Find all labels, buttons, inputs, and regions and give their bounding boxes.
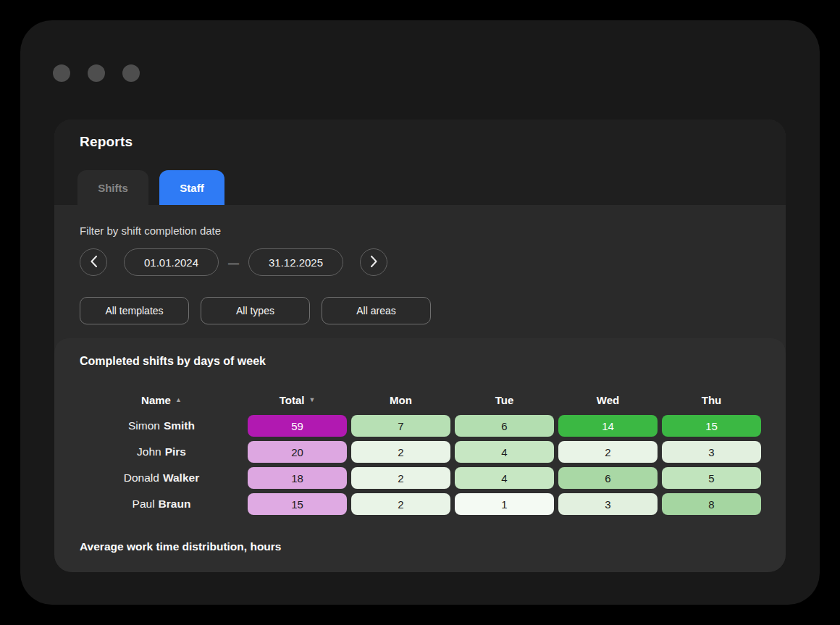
shift-count-chip: 2: [558, 441, 658, 463]
column-header-wed: Wed: [558, 389, 658, 411]
shift-count-chip: 4: [455, 441, 554, 463]
date-range-separator: —: [228, 256, 239, 269]
filter-section: Filter by shift completion date 01.01.20…: [54, 205, 786, 338]
tab-staff[interactable]: Staff: [159, 170, 224, 205]
column-header-name-label: Name: [141, 394, 171, 406]
column-header-tue: Tue: [455, 389, 554, 411]
filter-areas-button[interactable]: All areas: [322, 297, 431, 324]
chevron-right-icon: [371, 256, 377, 269]
average-work-time-title: Average work time distribution, hours: [80, 540, 281, 553]
date-next-button[interactable]: [360, 248, 387, 276]
staff-first-name: John: [137, 445, 161, 458]
date-to-button[interactable]: 31.12.2025: [248, 248, 343, 276]
column-header-name[interactable]: Name ▲: [80, 389, 243, 411]
column-header-total[interactable]: Total ▼: [248, 389, 347, 411]
staff-last-name: Braun: [159, 498, 191, 511]
section-title: Completed shifts by days of week: [80, 355, 266, 368]
date-range-controls: 01.01.2024 — 31.12.2025: [80, 248, 387, 276]
staff-first-name: Paul: [133, 498, 155, 511]
sort-desc-icon: ▼: [308, 397, 315, 403]
staff-last-name: Walker: [163, 471, 199, 485]
date-from-button[interactable]: 01.01.2024: [124, 248, 219, 276]
filter-buttons: All templates All types All areas: [80, 297, 431, 324]
column-header-total-label: Total: [280, 394, 305, 406]
shift-count-chip: 1: [455, 493, 554, 515]
window-control-dot[interactable]: [122, 64, 140, 82]
shift-count-chip: 14: [558, 415, 658, 437]
chevron-left-icon: [91, 256, 97, 269]
shift-count-chip: 20: [248, 441, 347, 463]
tab-shifts[interactable]: Shifts: [77, 170, 148, 205]
app-window: Reports Shifts Staff Filter by shift com…: [20, 20, 820, 605]
staff-last-name: Pirs: [165, 445, 186, 458]
shift-count-chip: 3: [558, 493, 658, 515]
shift-count-chip: 7: [351, 415, 450, 437]
sort-asc-icon: ▲: [175, 397, 182, 403]
reports-panel: Reports Shifts Staff Filter by shift com…: [54, 119, 786, 572]
window-control-dot[interactable]: [88, 64, 105, 82]
shift-count-chip: 2: [351, 467, 450, 489]
column-header-thu: Thu: [662, 389, 761, 411]
shift-count-chip: 8: [662, 493, 761, 515]
shift-count-chip: 59: [248, 415, 347, 437]
column-header-mon: Mon: [351, 389, 450, 411]
date-prev-button[interactable]: [80, 248, 107, 276]
page-title: Reports: [80, 134, 133, 150]
staff-first-name: Donald: [124, 471, 159, 485]
filter-label: Filter by shift completion date: [80, 225, 221, 237]
window-control-dot[interactable]: [53, 64, 70, 82]
completed-shifts-section: Completed shifts by days of week Name ▲ …: [54, 338, 786, 572]
staff-name: Donald Walker: [80, 467, 243, 489]
shift-count-chip: 6: [558, 467, 658, 489]
shift-count-chip: 5: [662, 467, 761, 489]
shift-count-chip: 18: [248, 467, 347, 489]
filter-templates-button[interactable]: All templates: [80, 297, 189, 324]
shift-count-chip: 3: [662, 441, 761, 463]
shift-count-chip: 15: [248, 493, 347, 515]
shift-count-chip: 2: [351, 493, 450, 515]
completed-shifts-table: Name ▲ Total ▼ Mon Tue Wed Thu Simon Smi…: [80, 389, 761, 515]
staff-name: Paul Braun: [80, 493, 243, 515]
reports-header: Reports Shifts Staff: [54, 119, 786, 205]
staff-first-name: Simon: [128, 419, 160, 432]
shift-count-chip: 6: [455, 415, 554, 437]
staff-name: John Pirs: [80, 441, 243, 463]
window-controls: [53, 64, 140, 82]
shift-count-chip: 2: [351, 441, 450, 463]
shift-count-chip: 4: [455, 467, 554, 489]
staff-last-name: Smith: [164, 419, 195, 432]
staff-name: Simon Smith: [80, 415, 243, 437]
filter-types-button[interactable]: All types: [201, 297, 310, 324]
shift-count-chip: 15: [662, 415, 761, 437]
